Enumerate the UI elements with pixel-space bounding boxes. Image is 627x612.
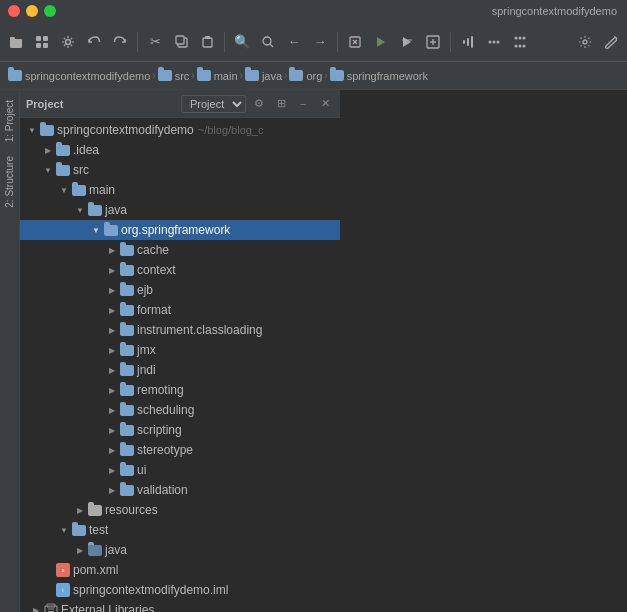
svg-point-27 xyxy=(497,40,500,43)
toolbar-btn-gear[interactable] xyxy=(573,30,597,54)
folder-icon-validation xyxy=(120,485,134,496)
tree-item-main[interactable]: main xyxy=(20,180,340,200)
svg-marker-16 xyxy=(377,37,385,47)
breadcrumb-sep-4: › xyxy=(284,70,287,81)
svg-point-34 xyxy=(583,40,587,44)
toolbar-separator-2 xyxy=(224,32,225,52)
tree-item-stereotype[interactable]: stereotype xyxy=(20,440,340,460)
folder-icon-scripting xyxy=(120,425,134,436)
close-button[interactable] xyxy=(8,5,20,17)
toolbar-btn-more2[interactable] xyxy=(456,30,480,54)
toolbar: ✂ 🔍 ← → xyxy=(0,22,627,62)
breadcrumb-org[interactable]: org xyxy=(289,70,322,82)
toolbar-btn-grid[interactable] xyxy=(30,30,54,54)
side-tabs: 1: Project 2: Structure xyxy=(0,90,20,612)
svg-point-26 xyxy=(493,40,496,43)
toolbar-btn-paste[interactable] xyxy=(195,30,219,54)
svg-point-32 xyxy=(519,44,522,47)
tree-arrow-ejb xyxy=(104,282,120,298)
breadcrumb-label-main: main xyxy=(214,70,238,82)
tree-label-org-springframework: org.springframework xyxy=(121,223,230,237)
tree-item-org-springframework[interactable]: org.springframework xyxy=(20,220,340,240)
tree-item-src[interactable]: src xyxy=(20,160,340,180)
tree-item-iml[interactable]: i springcontextmodifydemo.iml xyxy=(20,580,340,600)
tree-item-remoting[interactable]: remoting xyxy=(20,380,340,400)
tree-arrow-format xyxy=(104,302,120,318)
window-title: springcontextmodifydemo xyxy=(492,5,617,17)
tree-item-format[interactable]: format xyxy=(20,300,340,320)
svg-rect-4 xyxy=(36,43,41,48)
tree-arrow-test xyxy=(56,522,72,538)
toolbar-btn-run[interactable] xyxy=(369,30,393,54)
toolbar-btn-back[interactable]: ← xyxy=(282,30,306,54)
panel-btn-settings[interactable]: ⚙ xyxy=(250,95,268,113)
tree-label-validation: validation xyxy=(137,483,188,497)
tree-item-pom[interactable]: x pom.xml xyxy=(20,560,340,580)
tree-label-context: context xyxy=(137,263,176,277)
tree-label-java: java xyxy=(105,203,127,217)
toolbar-btn-folder[interactable] xyxy=(4,30,28,54)
tree-item-test-java[interactable]: java xyxy=(20,540,340,560)
ext-lib-icon xyxy=(44,603,58,612)
folder-icon-test xyxy=(72,525,86,536)
toolbar-btn-undo[interactable] xyxy=(82,30,106,54)
tree-item-root[interactable]: springcontextmodifydemo ~/blog/blog_c xyxy=(20,120,340,140)
toolbar-btn-more3[interactable] xyxy=(482,30,506,54)
toolbar-btn-debug[interactable] xyxy=(395,30,419,54)
tree-item-external-libraries[interactable]: External Libraries xyxy=(20,600,340,612)
breadcrumb-src[interactable]: src xyxy=(158,70,190,82)
panel-btn-collapse[interactable]: − xyxy=(294,95,312,113)
panel-dropdown[interactable]: Project xyxy=(181,95,246,113)
toolbar-btn-build[interactable] xyxy=(343,30,367,54)
toolbar-btn-more4[interactable] xyxy=(508,30,532,54)
tree-item-cache[interactable]: cache xyxy=(20,240,340,260)
sidebar-tab-structure[interactable]: 2: Structure xyxy=(1,150,18,214)
tree-item-ejb[interactable]: ejb xyxy=(20,280,340,300)
tree-label-ext-libs: External Libraries xyxy=(61,603,154,612)
toolbar-btn-settings[interactable] xyxy=(56,30,80,54)
tree-item-idea[interactable]: .idea xyxy=(20,140,340,160)
toolbar-btn-redo[interactable] xyxy=(108,30,132,54)
tree-item-scheduling[interactable]: scheduling xyxy=(20,400,340,420)
tree-arrow-jndi xyxy=(104,362,120,378)
tree-path-root: ~/blog/blog_c xyxy=(198,124,264,136)
tree-item-ui[interactable]: ui xyxy=(20,460,340,480)
tree-arrow-scheduling xyxy=(104,402,120,418)
toolbar-btn-search2[interactable] xyxy=(256,30,280,54)
toolbar-btn-more1[interactable] xyxy=(421,30,445,54)
tree-item-validation[interactable]: validation xyxy=(20,480,340,500)
tree-arrow-test-java xyxy=(72,542,88,558)
tree-item-resources[interactable]: resources xyxy=(20,500,340,520)
panel-btn-layout[interactable]: ⊞ xyxy=(272,95,290,113)
toolbar-btn-search1[interactable]: 🔍 xyxy=(230,30,254,54)
toolbar-btn-forward[interactable]: → xyxy=(308,30,332,54)
panel-btn-close[interactable]: ✕ xyxy=(316,95,334,113)
folder-icon-ejb xyxy=(120,285,134,296)
breadcrumb-root[interactable]: springcontextmodifydemo xyxy=(8,70,150,82)
folder-icon-format xyxy=(120,305,134,316)
toolbar-btn-copy[interactable] xyxy=(169,30,193,54)
maximize-button[interactable] xyxy=(44,5,56,17)
tree-item-jmx[interactable]: jmx xyxy=(20,340,340,360)
breadcrumb-label-java: java xyxy=(262,70,282,82)
tree-item-instrument[interactable]: instrument.classloading xyxy=(20,320,340,340)
breadcrumb-sep-1: › xyxy=(152,70,155,81)
minimize-button[interactable] xyxy=(26,5,38,17)
tree-item-jndi[interactable]: jndi xyxy=(20,360,340,380)
sidebar-tab-project[interactable]: 1: Project xyxy=(1,94,18,148)
tree-item-scripting[interactable]: scripting xyxy=(20,420,340,440)
tree-item-java[interactable]: java xyxy=(20,200,340,220)
folder-icon xyxy=(197,70,211,81)
breadcrumb-java[interactable]: java xyxy=(245,70,282,82)
tree-item-context[interactable]: context xyxy=(20,260,340,280)
folder-icon-idea xyxy=(56,145,70,156)
breadcrumb-springframework[interactable]: springframework xyxy=(330,70,428,82)
tree-arrow-stereotype xyxy=(104,442,120,458)
svg-line-12 xyxy=(270,44,273,47)
toolbar-btn-cut[interactable]: ✂ xyxy=(143,30,167,54)
tree-arrow-idea xyxy=(40,142,56,158)
toolbar-btn-wrench[interactable] xyxy=(599,30,623,54)
tree-arrow-validation xyxy=(104,482,120,498)
breadcrumb-main[interactable]: main xyxy=(197,70,238,82)
tree-item-test[interactable]: test xyxy=(20,520,340,540)
